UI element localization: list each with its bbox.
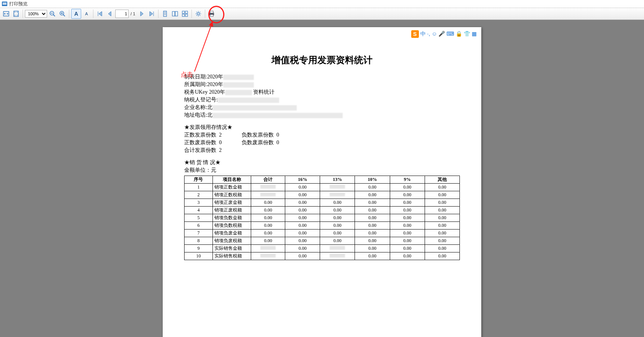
table-cell: 0.00 (425, 252, 459, 260)
zoom-out-button[interactable] (48, 9, 57, 18)
svg-line-9 (63, 15, 65, 16)
table-cell: 0.00 (285, 184, 320, 191)
table-cell (320, 245, 355, 252)
table-cell: 销项正数金额 (212, 184, 251, 191)
zoom-select[interactable]: 100% (25, 10, 47, 18)
svg-rect-25 (210, 15, 213, 16)
table-cell: 0.00 (425, 222, 459, 230)
table-cell: 1 (185, 184, 213, 191)
table-cell: 0.00 (425, 199, 459, 207)
table-row: 7销项负废金额0.000.000.000.000.000.00 (185, 230, 460, 237)
toolbar: 100% A A / 1 (0, 8, 644, 20)
zoom-in-button[interactable] (58, 9, 67, 18)
table-cell: 2 (185, 191, 213, 199)
svg-rect-17 (175, 11, 178, 16)
toolbar-separator (191, 10, 192, 18)
table-cell: 销项正废金额 (212, 199, 251, 207)
th-total: 合计 (251, 176, 285, 184)
th-16: 16% (285, 176, 320, 184)
table-cell: 销项正数税额 (212, 191, 251, 199)
table-cell: 0.00 (355, 237, 390, 245)
preview-area[interactable]: S 中 ·, ☺ 🎤 ⌨ 🔒 👕 ▦ 增值税专用发票资料统计 制表日期:2020… (0, 20, 644, 337)
table-cell: 0.00 (285, 222, 320, 230)
info-block: 制表日期:2020年 所属期间:2020年 税务UKey 2020年 资料统计 … (184, 73, 460, 119)
table-cell (251, 245, 285, 252)
settings-button[interactable] (194, 9, 203, 18)
table-row: 2销项正数税额0.000.000.000.00 (185, 191, 460, 199)
table-cell (251, 191, 285, 199)
th-9: 9% (390, 176, 425, 184)
prev-page-button[interactable] (105, 9, 114, 18)
ime-toolbar[interactable]: S 中 ·, ☺ 🎤 ⌨ 🔒 👕 ▦ (411, 30, 477, 38)
svg-rect-2 (3, 4, 7, 5)
toolbar-separator (158, 10, 159, 18)
table-cell: 6 (185, 222, 213, 230)
page-number-input[interactable] (115, 10, 129, 18)
table-cell: 0.00 (425, 237, 459, 245)
svg-point-26 (213, 13, 214, 14)
single-page-view-button[interactable] (160, 9, 170, 18)
table-cell: 0.00 (285, 252, 320, 260)
table-cell: 0.00 (390, 252, 425, 260)
table-header-row: 序号 项目名称 合计 16% 13% 10% 9% 其他 (185, 176, 460, 184)
table-cell: 0.00 (320, 207, 355, 214)
table-cell: 0.00 (251, 222, 285, 230)
toolbar-separator (205, 10, 205, 18)
th-13: 13% (320, 176, 355, 184)
table-cell: 10 (185, 252, 213, 260)
table-cell: 0.00 (320, 222, 355, 230)
table-cell: 0.00 (355, 214, 390, 222)
doc-title: 增值税专用发票资料统计 (184, 54, 460, 66)
ime-logo-icon: S (411, 30, 419, 38)
ime-buttons[interactable]: 中 ·, ☺ 🎤 ⌨ 🔒 👕 ▦ (420, 31, 477, 37)
svg-rect-24 (210, 11, 213, 13)
first-page-button[interactable] (95, 9, 105, 18)
table-cell (251, 252, 285, 260)
toolbar-separator (23, 10, 23, 18)
table-cell: 7 (185, 230, 213, 237)
table-cell: 0.00 (355, 230, 390, 237)
section2-title: ★销 货 情 况★ (184, 159, 460, 166)
table-row: 10实际销售税额0.000.000.000.00 (185, 252, 460, 260)
table-cell: 销项负数税额 (212, 222, 251, 230)
text-size-normal-button[interactable]: A (71, 9, 81, 19)
table-cell: 0.00 (425, 207, 459, 214)
table-cell: 5 (185, 214, 213, 222)
table-row: 5销项负数金额0.000.000.000.000.000.00 (185, 214, 460, 222)
two-page-view-button[interactable] (170, 9, 180, 18)
table-cell: 0.00 (251, 207, 285, 214)
print-button[interactable] (207, 9, 216, 18)
table-cell: 3 (185, 199, 213, 207)
fit-width-button[interactable] (2, 9, 11, 18)
table-cell: 0.00 (390, 191, 425, 199)
table-cell: 0.00 (390, 214, 425, 222)
text-size-small-button[interactable]: A (82, 9, 91, 18)
table-cell: 0.00 (425, 214, 459, 222)
table-cell: 0.00 (285, 207, 320, 214)
window-titlebar: 打印预览 (0, 0, 644, 8)
table-row: 3销项正废金额0.000.000.000.000.000.00 (185, 199, 460, 207)
table-cell: 0.00 (251, 214, 285, 222)
table-cell: 0.00 (251, 230, 285, 237)
table-cell: 8 (185, 237, 213, 245)
next-page-button[interactable] (137, 9, 146, 18)
table-cell: 0.00 (425, 184, 459, 191)
table-row: 8销项负废税额0.000.000.000.000.000.00 (185, 237, 460, 245)
table-cell: 0.00 (425, 191, 459, 199)
last-page-button[interactable] (147, 9, 156, 18)
table-cell: 0.00 (390, 207, 425, 214)
table-cell: 0.00 (320, 237, 355, 245)
table-cell: 0.00 (390, 222, 425, 230)
table-cell: 0.00 (355, 199, 390, 207)
fit-page-button[interactable] (11, 9, 21, 18)
table-cell: 9 (185, 245, 213, 252)
svg-rect-18 (182, 11, 185, 13)
grid-view-button[interactable] (180, 9, 190, 18)
table-row: 4销项正废税额0.000.000.000.000.000.00 (185, 207, 460, 214)
table-cell: 0.00 (390, 199, 425, 207)
table-row: 6销项负数税额0.000.000.000.000.000.00 (185, 222, 460, 230)
toolbar-separator (93, 10, 93, 18)
window-title: 打印预览 (9, 1, 28, 7)
table-row: 9实际销售金额0.000.000.000.00 (185, 245, 460, 252)
table-cell: 0.00 (285, 245, 320, 252)
